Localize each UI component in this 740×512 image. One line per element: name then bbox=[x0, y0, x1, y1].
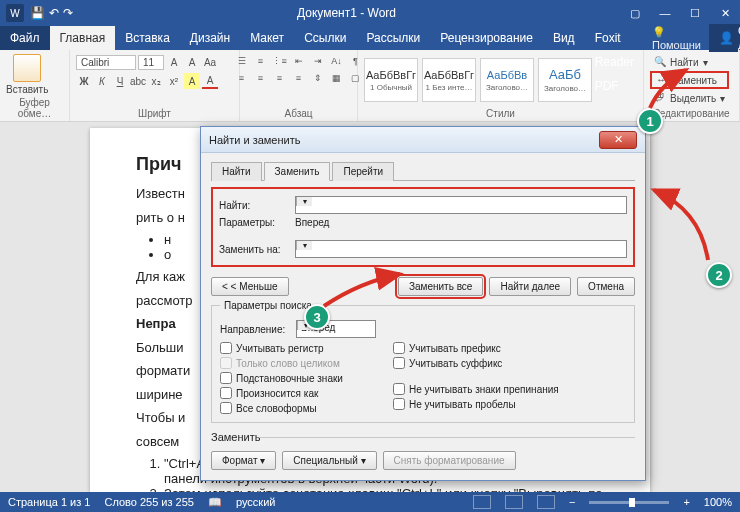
tab-insert[interactable]: Вставка bbox=[115, 26, 180, 50]
tab-layout[interactable]: Макет bbox=[240, 26, 294, 50]
font-color-icon[interactable]: A bbox=[202, 73, 218, 89]
shading-icon[interactable]: ▦ bbox=[329, 71, 345, 85]
replace-icon: ↔ bbox=[656, 74, 668, 86]
title-bar: W 💾 ↶ ↷ Документ1 - Word ▢ — ☐ ✕ bbox=[0, 0, 740, 26]
group-para-label: Абзац bbox=[246, 106, 351, 119]
dialog-tab-replace[interactable]: Заменить bbox=[264, 162, 331, 181]
find-label: Найти: bbox=[219, 200, 289, 211]
chk-sounds-like[interactable]: Произносится как bbox=[220, 387, 343, 399]
style-normal[interactable]: АаБбВвГг1 Обычный bbox=[364, 58, 418, 102]
tab-home[interactable]: Главная bbox=[50, 26, 116, 50]
less-button[interactable]: < < Меньше bbox=[211, 277, 289, 296]
chk-prefix[interactable]: Учитывать префикс bbox=[393, 342, 559, 354]
line-spacing-icon[interactable]: ⇕ bbox=[310, 71, 326, 85]
find-input[interactable]: ▾ bbox=[295, 196, 627, 214]
status-proofing-icon[interactable]: 📖 bbox=[208, 496, 222, 509]
tab-references[interactable]: Ссылки bbox=[294, 26, 356, 50]
dialog-close-button[interactable]: ✕ bbox=[599, 131, 637, 149]
highlight-icon[interactable]: A bbox=[184, 73, 200, 89]
save-icon[interactable]: 💾 bbox=[30, 6, 45, 20]
view-read-icon[interactable] bbox=[473, 495, 491, 509]
zoom-out-icon[interactable]: − bbox=[569, 496, 575, 508]
align-center-icon[interactable]: ≡ bbox=[253, 71, 269, 85]
style-nospacing[interactable]: АаБбВвГг1 Без инте… bbox=[422, 58, 476, 102]
justify-icon[interactable]: ≡ bbox=[291, 71, 307, 85]
app-icon: W bbox=[6, 4, 24, 22]
chk-suffix[interactable]: Учитывать суффикс bbox=[393, 357, 559, 369]
highlighted-fields: Найти: ▾ Параметры: Вперед Заменить на: … bbox=[211, 187, 635, 267]
dialog-tab-goto[interactable]: Перейти bbox=[332, 162, 394, 181]
subscript-icon[interactable]: x₂ bbox=[148, 73, 164, 89]
align-right-icon[interactable]: ≡ bbox=[272, 71, 288, 85]
tab-view[interactable]: Вид bbox=[543, 26, 585, 50]
find-button[interactable]: 🔍Найти ▾ bbox=[650, 55, 729, 69]
params-value: Вперед bbox=[295, 217, 329, 228]
status-page[interactable]: Страница 1 из 1 bbox=[8, 496, 90, 508]
style-heading1[interactable]: АаБбВвЗаголово… bbox=[480, 58, 534, 102]
window-title: Документ1 - Word bbox=[73, 6, 620, 20]
cancel-button[interactable]: Отмена bbox=[577, 277, 635, 296]
multilevel-icon[interactable]: ⋮≡ bbox=[272, 54, 288, 68]
indent-dec-icon[interactable]: ⇤ bbox=[291, 54, 307, 68]
chk-wildcards[interactable]: Подстановочные знаки bbox=[220, 372, 343, 384]
styles-gallery[interactable]: АаБбВвГг1 Обычный АаБбВвГг1 Без инте… Аа… bbox=[364, 58, 592, 102]
chk-whole-word: Только слово целиком bbox=[220, 357, 343, 369]
dialog-tab-find[interactable]: Найти bbox=[211, 162, 262, 181]
bold-icon[interactable]: Ж bbox=[76, 73, 92, 89]
tab-mailings[interactable]: Рассылки bbox=[356, 26, 430, 50]
close-button[interactable]: ✕ bbox=[710, 0, 740, 26]
minimize-button[interactable]: — bbox=[650, 0, 680, 26]
grow-font-icon[interactable]: A bbox=[166, 54, 182, 70]
shrink-font-icon[interactable]: A bbox=[184, 54, 200, 70]
view-web-icon[interactable] bbox=[537, 495, 555, 509]
ribbon-options-icon[interactable]: ▢ bbox=[620, 0, 650, 26]
tab-review[interactable]: Рецензирование bbox=[430, 26, 543, 50]
superscript-icon[interactable]: x² bbox=[166, 73, 182, 89]
undo-icon[interactable]: ↶ bbox=[49, 6, 59, 20]
underline-icon[interactable]: Ч bbox=[112, 73, 128, 89]
replace-all-button[interactable]: Заменить все bbox=[398, 277, 483, 296]
share-button[interactable]: 👤Общий доступ bbox=[709, 24, 740, 52]
strike-icon[interactable]: abc bbox=[130, 73, 146, 89]
direction-select[interactable]: Вперед▾ bbox=[296, 320, 376, 338]
tell-me[interactable]: 💡 Помощни bbox=[644, 26, 709, 51]
style-heading2[interactable]: АаБбЗаголово… bbox=[538, 58, 592, 102]
maximize-button[interactable]: ☐ bbox=[680, 0, 710, 26]
font-family-select[interactable]: Calibri bbox=[76, 55, 136, 70]
status-lang[interactable]: русский bbox=[236, 496, 275, 508]
redo-icon[interactable]: ↷ bbox=[63, 6, 73, 20]
zoom-level[interactable]: 100% bbox=[704, 496, 732, 508]
tab-design[interactable]: Дизайн bbox=[180, 26, 240, 50]
view-print-icon[interactable] bbox=[505, 495, 523, 509]
change-case-icon[interactable]: Aa bbox=[202, 54, 218, 70]
align-left-icon[interactable]: ≡ bbox=[234, 71, 250, 85]
special-button[interactable]: Специальный ▾ bbox=[282, 451, 376, 470]
format-button[interactable]: Формат ▾ bbox=[211, 451, 276, 470]
params-label: Параметры: bbox=[219, 217, 289, 228]
font-size-select[interactable]: 11 bbox=[138, 55, 164, 70]
chk-ignore-space[interactable]: Не учитывать пробелы bbox=[393, 398, 559, 410]
chevron-down-icon: ▾ bbox=[296, 197, 312, 206]
zoom-slider[interactable] bbox=[589, 501, 669, 504]
replace-input[interactable]: ▾ bbox=[295, 240, 627, 258]
chk-case[interactable]: Учитывать регистр bbox=[220, 342, 343, 354]
sort-icon[interactable]: A↓ bbox=[329, 54, 345, 68]
paste-button[interactable]: Вставить bbox=[6, 54, 48, 95]
chk-ignore-punct[interactable]: Не учитывать знаки препинания bbox=[393, 383, 559, 395]
find-next-button[interactable]: Найти далее bbox=[489, 277, 571, 296]
tab-foxit[interactable]: Foxit Reader PDF bbox=[585, 26, 644, 50]
indent-inc-icon[interactable]: ⇥ bbox=[310, 54, 326, 68]
chk-word-forms[interactable]: Все словоформы bbox=[220, 402, 343, 414]
tab-file[interactable]: Файл bbox=[0, 26, 50, 50]
close-icon: ✕ bbox=[614, 133, 623, 146]
numbering-icon[interactable]: ≡ bbox=[253, 54, 269, 68]
group-clipboard-label: Буфер обме… bbox=[6, 95, 63, 119]
replace-button[interactable]: ↔Заменить bbox=[650, 71, 729, 89]
select-button[interactable]: ⮰Выделить ▾ bbox=[650, 91, 729, 105]
search-params-legend: Параметры поиска bbox=[220, 300, 316, 311]
status-words[interactable]: Слово 255 из 255 bbox=[104, 496, 194, 508]
bullets-icon[interactable]: ☰ bbox=[234, 54, 250, 68]
zoom-in-icon[interactable]: + bbox=[683, 496, 689, 508]
dialog-titlebar[interactable]: Найти и заменить ✕ bbox=[201, 127, 645, 153]
italic-icon[interactable]: К bbox=[94, 73, 110, 89]
